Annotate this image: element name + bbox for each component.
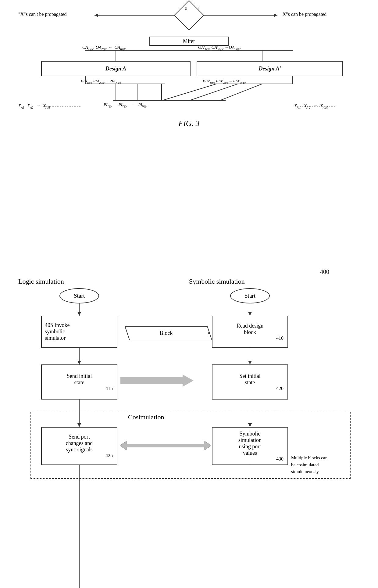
oa-labels: OA1@c OA2@c ··· OAK@c [82, 45, 126, 51]
block-arrow: Block [119, 325, 213, 343]
svg-marker-32 [248, 312, 252, 316]
box-430: Symbolic simulation using port values 43… [212, 427, 288, 465]
box-405: 405 Invoke symbolic simulator [41, 316, 117, 348]
symbolic-start-oval: Start [230, 288, 270, 303]
logic-start-oval: Start [59, 288, 99, 303]
diamond-label-1: 1 [198, 5, 200, 12]
cosim-note: Multiple blocks can be cosimulated simul… [291, 454, 327, 475]
svg-marker-25 [77, 361, 81, 364]
svg-marker-4 [274, 13, 277, 17]
symbolic-simulation-label: Symbolic simulation [189, 278, 245, 285]
miter-box: Miter [149, 37, 229, 46]
svg-marker-45 [120, 441, 211, 450]
fig3-diagram: 0 1 "X"s can't be propagated "X"s can be… [0, 0, 378, 131]
left-propagate-label: "X"s can't be propagated [18, 12, 67, 17]
svg-marker-23 [77, 312, 81, 316]
diamond-shape [174, 0, 204, 30]
fig4-diagram: 400 Logic simulation Symbolic simulation [0, 262, 378, 588]
svg-text:Block: Block [160, 330, 173, 336]
double-arrow [120, 436, 211, 455]
svg-marker-34 [248, 361, 252, 364]
logic-simulation-label: Logic simulation [18, 278, 64, 285]
initial-state-arrow [120, 375, 194, 387]
diamond-label-0: 0 [185, 5, 187, 12]
design-a-prime-box: Design A' [197, 61, 343, 76]
fig3-title: FIG. 3 [0, 119, 378, 128]
oa-prime-labels: OA'1@c OA'2@c ··· OA'k@c [198, 45, 241, 51]
box-420: Set initial state 420 [212, 364, 288, 400]
xa-prime-labels: XA'1 XA'2 ··· XA'M [294, 104, 328, 109]
xa-labels: XA1 XA2 ··· XAM [18, 104, 50, 109]
svg-marker-2 [94, 13, 98, 17]
pia-labels: PIA1@c PIA2@c ··· PIAN@c [81, 79, 121, 84]
box-425: Send port changes and sync signals 425 [41, 427, 117, 465]
fig4-number-400: 400 [320, 268, 329, 275]
right-propagate-label: "X"s can be propagated [280, 12, 326, 17]
cosimulation-label: Cosimulation [128, 413, 164, 421]
svg-line-18 [219, 84, 262, 101]
svg-marker-44 [207, 332, 210, 335]
pia-prime-labels: PIA'1@c PIA'2@c ··· PIA'N@c [203, 79, 246, 84]
svg-line-17 [189, 84, 238, 101]
svg-line-16 [162, 84, 216, 101]
design-a-box: Design A [41, 61, 191, 76]
box-410: Read design block 410 [212, 316, 288, 348]
pi-labels: PI1@c PI2@c ··· PIN@c [104, 102, 148, 108]
box-415: Send initial state 415 [41, 364, 117, 400]
